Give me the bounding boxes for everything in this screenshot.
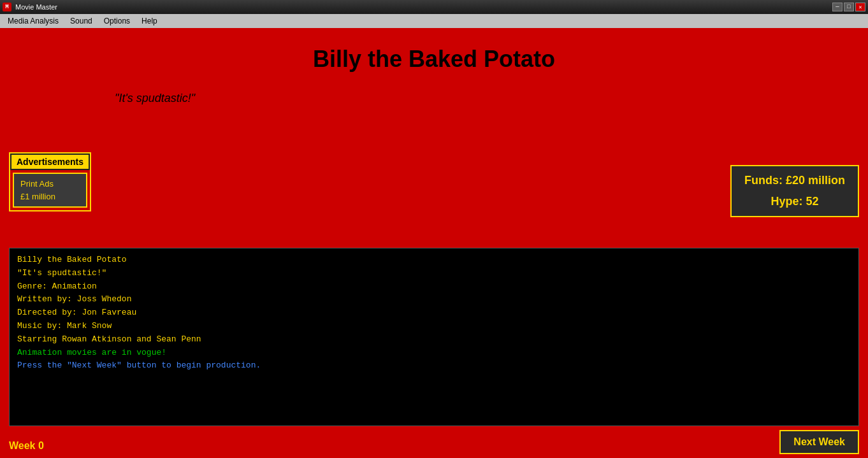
movie-tagline: "It's spudtastic!" (0, 73, 868, 105)
week-label: Week 0 (9, 440, 44, 452)
titlebar: M Movie Master ─ □ ✕ (0, 0, 868, 14)
info-box[interactable]: Billy the Baked Potato"It's spudtastic!"… (9, 248, 859, 426)
advertisements-content: Print Ads £1 million (10, 170, 90, 210)
info-line: Genre: Animation (17, 280, 851, 294)
info-line: Billy the Baked Potato (17, 254, 851, 267)
info-line: Written by: Joss Whedon (17, 293, 851, 306)
movie-title: Billy the Baked Potato (0, 28, 868, 73)
titlebar-left: M Movie Master (3, 3, 57, 11)
info-line: Directed by: Jon Favreau (17, 306, 851, 320)
info-line: Music by: Mark Snow (17, 320, 851, 333)
menubar: Media Analysis Sound Options Help (0, 14, 868, 28)
funds-panel: Funds: £20 million Hype: 52 (730, 165, 859, 217)
minimize-button[interactable]: ─ (832, 3, 843, 11)
info-line: "It's spudtastic!" (17, 267, 851, 280)
menu-item-options[interactable]: Options (99, 15, 135, 27)
titlebar-title: Movie Master (15, 3, 57, 11)
app-icon-text: M (5, 4, 8, 10)
info-line: Starring Rowan Atkinson and Sean Penn (17, 333, 851, 347)
print-ads-cost: £1 million (20, 190, 80, 203)
close-button[interactable]: ✕ (855, 3, 865, 11)
next-week-button[interactable]: Next Week (779, 430, 859, 454)
print-ads-item[interactable]: Print Ads £1 million (13, 173, 87, 208)
menu-item-help[interactable]: Help (136, 15, 163, 27)
hype-label: Hype: 52 (744, 195, 845, 208)
funds-label: Funds: £20 million (744, 174, 845, 187)
main-content: Billy the Baked Potato "It's spudtastic!… (0, 28, 868, 458)
advertisements-panel: Advertisements Print Ads £1 million (9, 152, 91, 211)
advertisements-header: Advertisements (10, 154, 90, 170)
maximize-button[interactable]: □ (844, 3, 854, 11)
app-icon: M (3, 3, 11, 11)
titlebar-controls: ─ □ ✕ (832, 3, 865, 11)
info-line: Animation movies are in vogue! (17, 347, 851, 360)
menu-item-sound[interactable]: Sound (65, 15, 98, 27)
print-ads-name: Print Ads (20, 178, 80, 190)
info-line: Press the "Next Week" button to begin pr… (17, 359, 851, 373)
info-box-container: Billy the Baked Potato"It's spudtastic!"… (9, 248, 859, 426)
menu-item-media-analysis[interactable]: Media Analysis (3, 15, 64, 27)
